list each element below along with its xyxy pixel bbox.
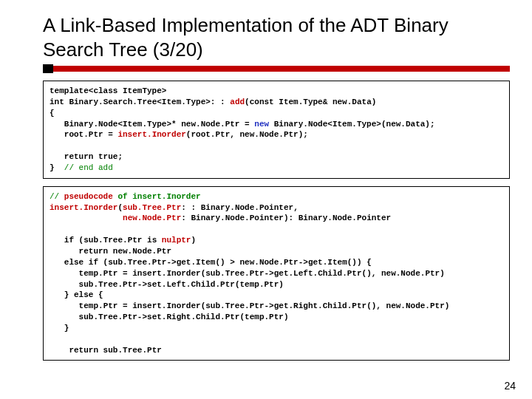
rule-bar: [43, 66, 510, 72]
rule-cap: [43, 64, 53, 73]
slide: A Link-Based Implementation of the ADT B…: [0, 0, 532, 399]
code-box-1: template<class ItemType> int Binary.Sear…: [43, 81, 510, 179]
code-box-2: // pseudocode of insert.Inorder insert.I…: [43, 186, 510, 361]
title-rule: [43, 66, 510, 72]
page-number: 24: [504, 380, 516, 392]
slide-title: A Link-Based Implementation of the ADT B…: [43, 13, 510, 61]
